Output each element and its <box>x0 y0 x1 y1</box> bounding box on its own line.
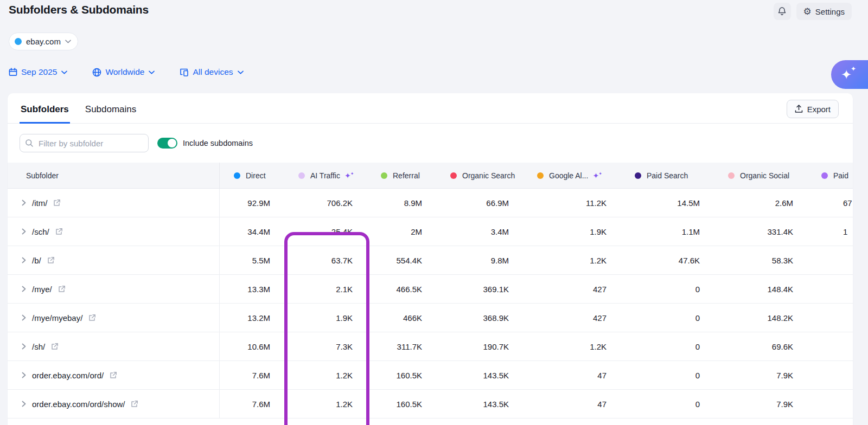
column-header-subfolder[interactable]: Subfolder <box>8 163 220 188</box>
metric-cell-google-al: 427 <box>523 313 621 323</box>
metric-cell-organic-search: 143.5K <box>436 400 523 409</box>
subfolder-cell: order.ebay.com/ord/ <box>8 361 220 389</box>
subfolder-cell: /mye/ <box>8 275 220 303</box>
metric-cell-paid-search: 47.6K <box>621 256 714 265</box>
external-link-icon[interactable] <box>58 285 66 293</box>
metric-cell-referral: 554.4K <box>367 256 436 265</box>
table-row: /sh/10.6M7.3K311.7K190.7K1.2K069.6K <box>8 332 853 361</box>
table-header-row: Subfolder DirectAI Traffic✦✦ReferralOrga… <box>8 163 853 189</box>
metric-cell-organic-social: 148.2K <box>714 313 807 323</box>
chevron-down-icon <box>149 70 155 74</box>
page-title: Subfolders & Subdomains <box>9 3 149 16</box>
column-header-direct[interactable]: Direct <box>220 163 284 188</box>
metric-cell-referral: 160.5K <box>367 371 436 380</box>
external-link-icon[interactable] <box>51 343 59 350</box>
devices-filter[interactable]: All devices <box>180 67 243 77</box>
table-row: /b/5.5M63.7K554.4K9.8M1.2K47.6K58.3K <box>8 246 853 275</box>
external-link-icon[interactable] <box>110 371 117 379</box>
metric-cell-referral: 311.7K <box>367 342 436 351</box>
table-row: /mye/13.3M2.1K466.5K369.1K4270148.4K <box>8 275 853 304</box>
subfolder-path: /mye/myebay/ <box>32 313 82 323</box>
tab-subfolders[interactable]: Subfolders <box>20 96 70 124</box>
metric-cell-paid-search: 0 <box>621 313 714 323</box>
date-filter-label: Sep 2025 <box>21 67 57 77</box>
column-label: AI Traffic <box>310 171 340 180</box>
external-link-icon[interactable] <box>131 400 138 408</box>
metric-cell-ai-traffic: 2.1K <box>284 285 367 294</box>
metric-cell-direct: 7.6M <box>220 371 284 380</box>
google-al-dot-icon <box>537 172 544 179</box>
metric-cell-google-al: 427 <box>523 285 621 294</box>
devices-filter-label: All devices <box>193 67 233 77</box>
column-header-referral[interactable]: Referral <box>367 163 436 188</box>
sparkle-icon: ✦✦ <box>592 172 602 179</box>
sparkle-icon: ✦ <box>841 68 852 81</box>
expand-chevron-icon[interactable] <box>22 199 26 206</box>
export-button[interactable]: Export <box>787 100 839 118</box>
subfolder-cell: /mye/myebay/ <box>8 304 220 332</box>
metric-cell-ai-traffic: 25.4K <box>284 227 367 236</box>
metric-cell-organic-search: 3.4M <box>436 227 523 236</box>
expand-chevron-icon[interactable] <box>22 343 26 350</box>
export-icon <box>795 105 803 113</box>
subfolder-filter-input[interactable] <box>20 134 149 152</box>
table-toolbar: Include subdomains <box>8 124 853 163</box>
column-label: Google Al... <box>549 171 588 180</box>
external-link-icon[interactable] <box>55 228 63 235</box>
column-header-organic-social[interactable]: Organic Social <box>714 163 807 188</box>
metric-cell-organic-social: 7.9K <box>714 400 807 409</box>
metric-cell-direct: 34.4M <box>220 227 284 236</box>
organic-search-dot-icon <box>450 172 457 179</box>
top-actions: ⚙ Settings <box>774 3 852 20</box>
external-link-icon[interactable] <box>47 256 55 264</box>
metric-cell-organic-search: 190.7K <box>436 342 523 351</box>
tab-subdomains[interactable]: Subdomains <box>84 96 138 123</box>
export-label: Export <box>807 105 831 114</box>
subfolder-path: /sh/ <box>32 342 45 351</box>
metric-cell-organic-social: 58.3K <box>714 256 807 265</box>
metric-cell-organic-search: 143.5K <box>436 371 523 380</box>
column-label: Direct <box>246 171 266 180</box>
subfolders-card: Subfolders Subdomains Export Include sub… <box>8 93 853 425</box>
metric-cell-direct: 13.3M <box>220 285 284 294</box>
table-row: /mye/myebay/13.2M1.9K466K368.9K4270148.2… <box>8 304 853 332</box>
metric-cell-ai-traffic: 1.2K <box>284 400 367 409</box>
ai-assistant-button[interactable]: ✦ ✦ <box>831 60 868 89</box>
bell-icon <box>777 7 787 16</box>
metric-cell-direct: 10.6M <box>220 342 284 351</box>
search-icon <box>25 139 34 147</box>
expand-chevron-icon[interactable] <box>22 401 26 407</box>
metric-cell-paid-search: 14.5M <box>621 198 714 208</box>
domain-selector[interactable]: ebay.com <box>9 33 78 50</box>
column-header-paid[interactable]: Paid <box>807 163 853 188</box>
subfolder-path: order.ebay.com/ord/show/ <box>32 400 125 409</box>
metric-cell-organic-social: 148.4K <box>714 285 807 294</box>
chevron-down-icon <box>238 70 244 74</box>
metric-cell-organic-search: 369.1K <box>436 285 523 294</box>
table-row: /sch/34.4M25.4K2M3.4M1.9K1.1M331.4K1 <box>8 217 853 246</box>
notifications-button[interactable] <box>774 3 791 20</box>
expand-chevron-icon[interactable] <box>22 372 26 378</box>
expand-chevron-icon[interactable] <box>22 314 26 321</box>
metric-cell-google-al: 1.9K <box>523 227 621 236</box>
column-header-paid-search[interactable]: Paid Search <box>621 163 714 188</box>
column-header-ai-traffic[interactable]: AI Traffic✦✦ <box>284 163 367 188</box>
domain-dot-icon <box>15 38 22 45</box>
metric-cell-organic-search: 368.9K <box>436 313 523 323</box>
external-link-icon[interactable] <box>88 314 96 321</box>
settings-button[interactable]: ⚙ Settings <box>796 3 852 20</box>
location-filter[interactable]: Worldwide <box>92 67 155 77</box>
column-header-google-al[interactable]: Google Al...✦✦ <box>523 163 621 188</box>
column-label: Organic Search <box>462 171 515 180</box>
external-link-icon[interactable] <box>53 199 61 207</box>
metric-cell-organic-search: 9.8M <box>436 256 523 265</box>
metric-cell-google-al: 1.2K <box>523 256 621 265</box>
column-header-organic-search[interactable]: Organic Search <box>436 163 523 188</box>
expand-chevron-icon[interactable] <box>22 257 26 263</box>
subfolder-cell: /itm/ <box>8 189 220 217</box>
expand-chevron-icon[interactable] <box>22 286 26 292</box>
metric-cell-organic-social: 69.6K <box>714 342 807 351</box>
expand-chevron-icon[interactable] <box>22 228 26 235</box>
include-subdomains-toggle[interactable] <box>157 138 177 149</box>
date-filter[interactable]: Sep 2025 <box>9 67 67 77</box>
